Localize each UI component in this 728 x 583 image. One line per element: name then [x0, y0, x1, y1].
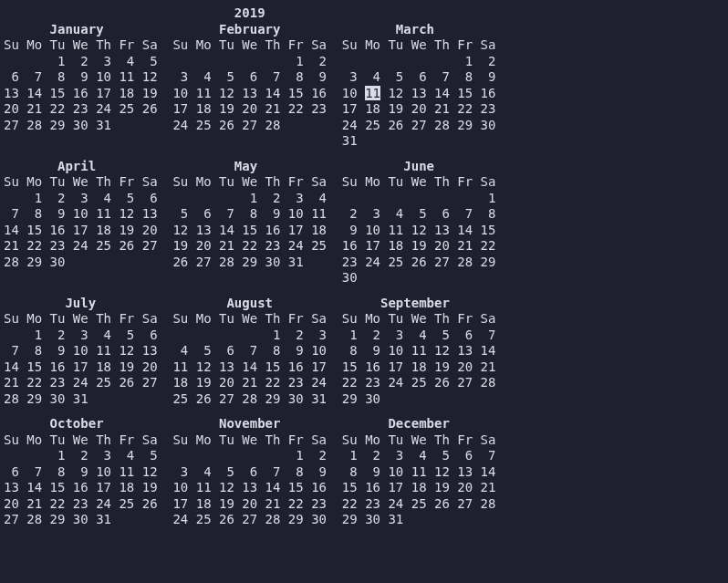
week-line: 1 2 3 4 5 1 2 1 2: [4, 54, 728, 70]
weekday-header: Su Mo Tu We Th Fr Sa Su Mo Tu We Th Fr S…: [4, 174, 728, 191]
week-line: 14 15 16 17 18 19 20 11 12 13 14 15 16 1…: [4, 359, 728, 376]
week-line: 28 29 30 31 25 26 27 28 29 30 31 29 30: [4, 391, 728, 408]
month-row-4: October November December Su Mo Tu We Th…: [4, 416, 728, 528]
month-titles: July August September: [4, 296, 728, 312]
week-line: 13 14 15 16 17 18 19 10 11 12 13 14 15 1…: [4, 480, 728, 496]
month-row-1: January February March Su Mo Tu We Th Fr…: [4, 22, 728, 150]
week-line: 28 29 30 26 27 28 29 30 31 23 24 25 26 2…: [4, 255, 728, 271]
week-line: 27 28 29 30 31 24 25 26 27 28 24 25 26 2…: [4, 118, 728, 134]
month-titles: October November December: [4, 416, 728, 432]
week-line: 1 2 3 4 5 6 1 2 3 4 1: [4, 191, 728, 207]
week-line: 21 22 23 24 25 26 27 19 20 21 22 23 24 2…: [4, 238, 728, 255]
week-line: 6 7 8 9 10 11 12 3 4 5 6 7 8 9 8 9 10 11…: [4, 464, 728, 481]
week-line: 30: [4, 270, 728, 286]
week-line: 20 21 22 23 24 25 26 17 18 19 20 21 22 2…: [4, 101, 728, 118]
year-title: 2019: [4, 5, 728, 22]
week-line: 7 8 9 10 11 12 13 4 5 6 7 8 9 10 8 9 10 …: [4, 343, 728, 359]
week-line: 1 2 3 4 5 1 2 1 2 3 4 5 6 7: [4, 448, 728, 464]
week-line: 14 15 16 17 18 19 20 12 13 14 15 16 17 1…: [4, 223, 728, 239]
weekday-header: Su Mo Tu We Th Fr Sa Su Mo Tu We Th Fr S…: [4, 432, 728, 449]
week-line: 13 14 15 16 17 18 19 10 11 12 13 14 15 1…: [4, 86, 728, 102]
weekday-header: Su Mo Tu We Th Fr Sa Su Mo Tu We Th Fr S…: [4, 311, 728, 328]
today-highlight: 11: [365, 86, 380, 100]
month-row-2: April May June Su Mo Tu We Th Fr Sa Su M…: [4, 159, 728, 286]
month-titles: January February March: [4, 22, 728, 38]
week-line: 27 28 29 30 31 24 25 26 27 28 29 30 29 3…: [4, 512, 728, 528]
week-line: 31: [4, 133, 728, 150]
calendar-year-view: 2019 January February March Su Mo Tu We …: [0, 0, 728, 528]
week-line: 1 2 3 4 5 6 1 2 3 1 2 3 4 5 6 7: [4, 328, 728, 344]
month-row-3: July August September Su Mo Tu We Th Fr …: [4, 296, 728, 408]
month-titles: April May June: [4, 159, 728, 175]
weekday-header: Su Mo Tu We Th Fr Sa Su Mo Tu We Th Fr S…: [4, 37, 728, 54]
week-line: 20 21 22 23 24 25 26 17 18 19 20 21 22 2…: [4, 496, 728, 513]
week-line: 7 8 9 10 11 12 13 5 6 7 8 9 10 11 2 3 4 …: [4, 206, 728, 223]
week-line: 21 22 23 24 25 26 27 18 19 20 21 22 23 2…: [4, 375, 728, 391]
week-line: 6 7 8 9 10 11 12 3 4 5 6 7 8 9 3 4 5 6 7…: [4, 69, 728, 86]
